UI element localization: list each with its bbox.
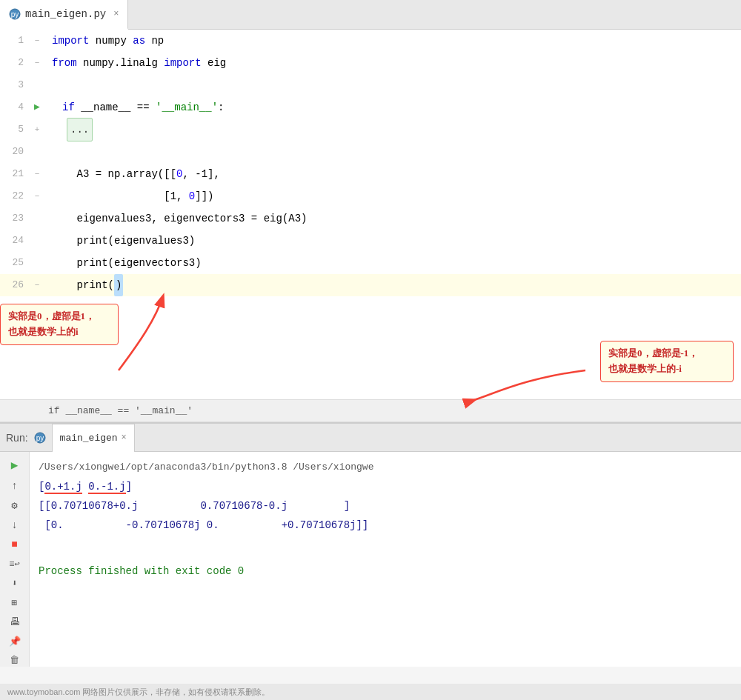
code-text: [1,	[52, 185, 189, 207]
table-row: 21 − A3 = np.array([[ 0 , -1],	[0, 163, 741, 185]
code-text: eig	[202, 52, 227, 74]
kw-import: import	[164, 52, 201, 74]
run-content: ▶ ↑ ⚙ ↓ ■ ≡↩ ⬇ ⊞ 🖶 📌 🗑 /Users/xiongwei/o…	[0, 452, 741, 667]
run-tab-close[interactable]: ×	[122, 433, 127, 443]
code-line-25[interactable]: print(eigenvectors3)	[44, 252, 202, 274]
code-line-2[interactable]: from numpy.linalg import eig	[44, 52, 226, 74]
code-line-3	[44, 74, 52, 96]
fold-icon-24	[30, 230, 44, 252]
table-row: 22 − [1, 0 ]])	[0, 185, 741, 207]
kw-import: import	[52, 30, 89, 52]
watermark-text: www.toymoban.com 网络图片仅供展示，非存储，如有侵权请联系删除。	[7, 687, 270, 696]
tab-bar: py main_eigen.py ×	[0, 0, 741, 30]
callout-left-text: 实部是0，虚部是1，也就是数学上的i	[8, 310, 95, 337]
code-text: print(eigenvectors3)	[52, 252, 202, 274]
code-text: A3 = np.array([[	[52, 163, 176, 185]
run-play-button[interactable]: ▶	[5, 458, 24, 473]
run-tab-name: main_eigen	[60, 433, 118, 444]
run-tab-bar: Run: py main_eigen ×	[0, 424, 741, 452]
fold-icon-2[interactable]: −	[30, 52, 44, 74]
code-line-23[interactable]: eigenvalues3, eigenvectors3 = eig(A3)	[44, 207, 307, 230]
svg-text:py: py	[36, 434, 44, 442]
line-number-24: 24	[0, 230, 30, 252]
fold-icon-21[interactable]: −	[30, 163, 44, 185]
table-row: 24 print(eigenvalues3)	[0, 230, 741, 252]
code-text: , -1],	[182, 163, 219, 185]
fold-icon-5[interactable]: +	[30, 119, 44, 141]
code-line-20	[44, 141, 52, 163]
fold-icon-4[interactable]: ▶	[30, 96, 44, 119]
fold-icon-26[interactable]: −	[30, 274, 44, 296]
code-line-24[interactable]: print(eigenvalues3)	[44, 230, 195, 252]
tab-filename: main_eigen.py	[25, 8, 106, 20]
run-wrap-button[interactable]: ≡↩	[5, 558, 24, 570]
table-row: 20	[0, 141, 741, 163]
output-process-line: Process finished with exit code 0	[39, 561, 732, 581]
line-number-2: 2	[0, 52, 30, 74]
editor-area: 1 − import numpy as np 2 − from numpy.li…	[0, 30, 741, 422]
str-main: '__main__'	[156, 96, 218, 119]
file-tab[interactable]: py main_eigen.py ×	[0, 0, 128, 30]
kw-if: if	[62, 96, 75, 119]
line-number-1: 1	[0, 30, 30, 52]
if-name-bottom-line: if __name__ == '__main__'	[0, 399, 741, 421]
output-eigenvec-line2: [0. -0.70710678j 0. +0.70710678j]]	[39, 516, 732, 535]
watermark: www.toymoban.com 网络图片仅供展示，非存储，如有侵权请联系删除。	[0, 684, 741, 700]
output-blank-line	[39, 535, 732, 554]
kw-as: as	[133, 30, 145, 52]
code-text: :	[218, 96, 224, 119]
fold-icon-22[interactable]: −	[30, 185, 44, 207]
run-grid-button[interactable]: ⊞	[5, 597, 24, 609]
run-settings-button[interactable]: ⚙	[5, 499, 24, 512]
highlight-pos-i: 0.+1.j	[44, 481, 82, 494]
fold-icon-23	[30, 207, 44, 230]
run-scroll-end-button[interactable]: ⬇	[5, 577, 24, 589]
python-run-icon: py	[34, 432, 46, 444]
fold-icon-20	[30, 141, 44, 163]
output-eigenvalues-line: [0.+1.j 0.-1.j]	[39, 477, 732, 496]
code-text: eigenvalues3, eigenvectors3 = eig(A3)	[52, 207, 307, 230]
fold-icon-1[interactable]: −	[30, 30, 44, 52]
line-number-4: 4	[0, 96, 30, 119]
run-panel: Run: py main_eigen × ▶ ↑ ⚙ ↓ ■ ≡↩ ⬇ ⊞ 🖶 …	[0, 422, 741, 667]
num-0: 0	[176, 163, 182, 185]
run-pin-button[interactable]: 📌	[5, 636, 24, 647]
code-line-4[interactable]: if __name__ == '__main__' :	[44, 96, 224, 119]
run-tab-main[interactable]: main_eigen ×	[52, 424, 135, 452]
run-up-button[interactable]: ↑	[5, 480, 24, 492]
callout-right-text: 实部是0，虚部是-1，也就是数学上的-i	[608, 347, 698, 374]
code-text: numpy.linalg	[77, 52, 165, 74]
output-path-line: /Users/xiongwei/opt/anaconda3/bin/python…	[39, 458, 732, 477]
highlight-neg-i: 0.-1.j	[88, 481, 125, 494]
line-number-22: 22	[0, 185, 30, 207]
line-number-25: 25	[0, 252, 30, 274]
num-0-2: 0	[189, 185, 195, 207]
table-row: 2 − from numpy.linalg import eig	[0, 52, 741, 74]
fold-icon-3	[30, 74, 44, 96]
code-line-22[interactable]: [1, 0 ]])	[44, 185, 213, 207]
code-text: np	[145, 30, 164, 52]
run-sidebar: ▶ ↑ ⚙ ↓ ■ ≡↩ ⬇ ⊞ 🖶 📌 🗑	[0, 452, 30, 667]
run-delete-button[interactable]: 🗑	[5, 655, 24, 667]
fold-icon-25	[30, 252, 44, 274]
code-line-1[interactable]: import numpy as np	[44, 30, 164, 52]
line-number-21: 21	[0, 163, 30, 185]
table-row: 5 + ...	[0, 119, 741, 141]
code-text: ]])	[195, 185, 213, 207]
arrow-right	[452, 356, 600, 415]
tab-close-button[interactable]: ×	[113, 9, 119, 19]
ellipsis-box: ...	[67, 118, 93, 141]
run-stop-button[interactable]: ■	[5, 539, 24, 550]
run-down-button[interactable]: ↓	[5, 519, 24, 531]
arrow-left	[96, 281, 170, 378]
line-number-5: 5	[0, 119, 30, 141]
code-line-21[interactable]: A3 = np.array([[ 0 , -1],	[44, 163, 220, 185]
line-number-23: 23	[0, 207, 30, 230]
run-output-area: /Users/xiongwei/opt/anaconda3/bin/python…	[30, 452, 741, 667]
run-print-button[interactable]: 🖶	[5, 616, 24, 628]
table-row: 25 print(eigenvectors3)	[0, 252, 741, 274]
svg-text:py: py	[11, 10, 19, 19]
line-number-26: 26	[0, 274, 30, 296]
run-label: Run:	[6, 432, 28, 444]
code-line-5[interactable]: ...	[44, 119, 93, 141]
